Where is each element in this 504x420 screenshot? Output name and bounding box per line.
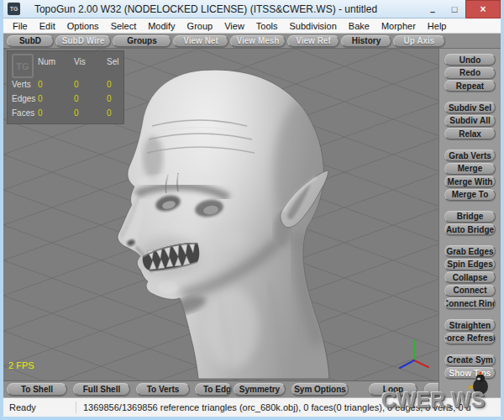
edges-vis: 0 — [74, 94, 79, 103]
undo-button[interactable]: Undo — [444, 54, 496, 66]
menu-options[interactable]: Options — [61, 21, 105, 31]
faces-sel: 0 — [107, 108, 112, 118]
verts-num: 0 — [38, 80, 43, 89]
symmetry-button[interactable]: Symmetry — [234, 383, 286, 396]
edges-num: 0 — [38, 94, 43, 103]
connect-button[interactable]: Connect — [444, 285, 496, 297]
bridge-button[interactable]: Bridge — [444, 211, 496, 223]
3d-viewport[interactable]: TG Num Vis Sel Verts 0 0 0 Edges 0 0 0 F… — [3, 49, 438, 381]
show-tips-button[interactable]: Show Tips — [444, 367, 496, 379]
subdiv-all-button[interactable]: Subdiv All — [444, 115, 496, 127]
faces-vis: 0 — [74, 108, 79, 118]
faces-num: 0 — [38, 108, 43, 118]
row-label-faces: Faces — [12, 108, 34, 118]
view-ref-button[interactable]: View Ref — [287, 35, 339, 47]
close-button[interactable]: × — [465, 0, 501, 18]
collapse-button[interactable]: Collapse — [444, 271, 496, 283]
menu-select[interactable]: Select — [105, 21, 143, 31]
top-toolbar: SubD SubD Wire Groups View Net View Mesh… — [3, 34, 501, 49]
merge-button[interactable]: Merge — [444, 163, 496, 175]
edges-sel: 0 — [107, 94, 112, 103]
menu-help[interactable]: Help — [422, 21, 453, 31]
menu-tools[interactable]: Tools — [250, 21, 284, 31]
menu-bar: File Edit Options Select Modify Group Vi… — [3, 18, 501, 34]
loop-button[interactable]: Loop — [369, 383, 417, 396]
fps-counter: 2 FPS — [8, 360, 34, 370]
menu-bake[interactable]: Bake — [343, 21, 375, 31]
verts-vis: 0 — [74, 80, 79, 89]
menu-edit[interactable]: Edit — [34, 21, 61, 31]
subdiv-sel-button[interactable]: Subdiv Sel — [444, 102, 496, 113]
connect-ring-button[interactable]: Connect Ring — [444, 297, 496, 309]
force-refresh-button[interactable]: Force Refresh — [444, 333, 496, 344]
status-divider — [76, 402, 76, 413]
straighten-button[interactable]: Straighten — [444, 319, 496, 331]
create-sym-button[interactable]: Create Sym — [444, 354, 496, 366]
mesh-stats-panel: TG Num Vis Sel Verts 0 0 0 Edges 0 0 0 F… — [7, 50, 124, 124]
minimize-button[interactable]: – — [422, 0, 444, 18]
up-axis-button[interactable]: Up Axis — [393, 35, 445, 47]
history-button[interactable]: History — [341, 35, 391, 47]
window-title: TopoGun 2.00 W32 (NODELOCKED LICENSE) (I… — [3, 3, 408, 15]
topogun-window: TG TopoGun 2.00 W32 (NODELOCKED LICENSE)… — [0, 0, 504, 420]
grab-edges-button[interactable]: Grab Edges — [444, 245, 496, 257]
spin-edges-button[interactable]: Spin Edges — [444, 259, 496, 270]
menu-subdivision[interactable]: Subdivision — [284, 21, 343, 31]
menu-view[interactable]: View — [218, 21, 250, 31]
title-bar[interactable]: TG TopoGun 2.00 W32 (NODELOCKED LICENSE)… — [3, 0, 501, 18]
merge-with-button[interactable]: Merge With — [444, 176, 496, 187]
row-label-edges: Edges — [12, 94, 35, 103]
subd-wire-button[interactable]: SubD Wire — [55, 35, 111, 47]
close-icon: × — [480, 3, 486, 15]
redo-button[interactable]: Redo — [444, 67, 496, 79]
sym-options-button[interactable]: Sym Options — [291, 383, 349, 396]
status-mesh-info: 1369856/1369856 reference triangles (orc… — [83, 402, 471, 412]
maximize-button[interactable]: □ — [444, 0, 465, 18]
view-net-button[interactable]: View Net — [173, 35, 228, 47]
relax-button[interactable]: Relax — [444, 128, 496, 139]
col-header-vis: Vis — [74, 57, 86, 66]
col-header-num: Num — [38, 57, 55, 66]
right-tool-panel: Undo Redo Repeat Subdiv Sel Subdiv All R… — [438, 49, 501, 397]
col-header-sel: Sel — [107, 57, 118, 66]
status-bar: Ready 1369856/1369856 reference triangle… — [3, 397, 501, 417]
menu-file[interactable]: File — [7, 21, 34, 31]
to-verts-button[interactable]: To Verts — [136, 383, 190, 396]
to-shell-button[interactable]: To Shell — [7, 383, 67, 396]
view-mesh-button[interactable]: View Mesh — [230, 35, 286, 47]
bottom-toolbar: To Shell Full Shell To Verts To Edges Sy… — [3, 381, 438, 397]
groups-button[interactable]: Groups — [113, 35, 171, 47]
to-edges-button[interactable]: To Edges — [195, 383, 232, 396]
auto-bridge-button[interactable]: Auto Bridge — [444, 223, 496, 235]
status-state: Ready — [3, 402, 76, 412]
subd-button[interactable]: SubD — [7, 35, 54, 47]
full-shell-button[interactable]: Full Shell — [73, 383, 130, 396]
menu-group[interactable]: Group — [181, 21, 219, 31]
row-label-verts: Verts — [12, 80, 31, 89]
grab-verts-button[interactable]: Grab Verts — [444, 150, 496, 161]
repeat-button[interactable]: Repeat — [444, 80, 496, 92]
menu-modify[interactable]: Modify — [142, 21, 181, 31]
topogun-logo-icon: TG — [12, 54, 34, 78]
verts-sel: 0 — [107, 80, 112, 89]
menu-morpher[interactable]: Morpher — [375, 21, 422, 31]
merge-to-button[interactable]: Merge To — [444, 189, 496, 201]
